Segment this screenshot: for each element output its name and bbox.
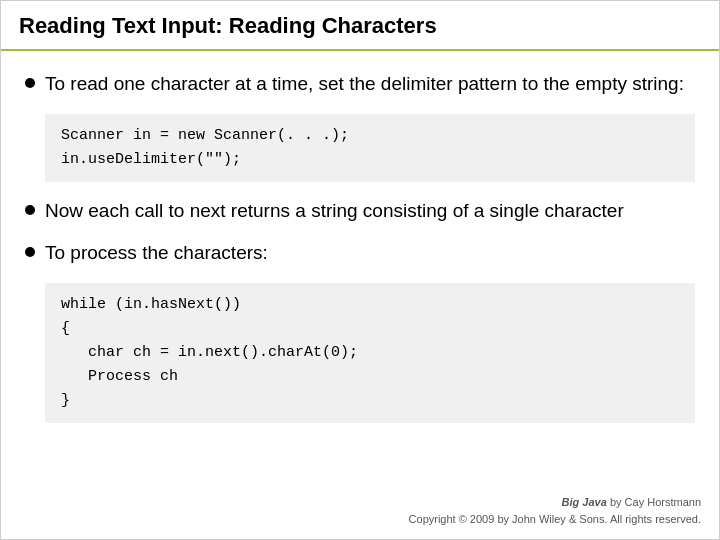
slide-footer: Big Java by Cay Horstmann Copyright © 20… (1, 486, 719, 539)
bullet-item-2: Now each call to next returns a string c… (25, 198, 695, 225)
code-block-2: while (in.hasNext()) { char ch = in.next… (45, 283, 695, 423)
code-block-1: Scanner in = new Scanner(. . .); in.useD… (45, 114, 695, 182)
bullet-text-2: Now each call to next returns a string c… (45, 198, 624, 225)
footer-book-title: Big Java (562, 496, 607, 508)
bullet-item-1: To read one character at a time, set the… (25, 71, 695, 98)
code2-line3: char ch = in.next().charAt(0); (61, 341, 679, 365)
code2-line5: } (61, 389, 679, 413)
bullet-text-1: To read one character at a time, set the… (45, 71, 684, 98)
code1-line2: in.useDelimiter(""); (61, 148, 679, 172)
bullet-dot-2 (25, 205, 35, 215)
slide-content: To read one character at a time, set the… (1, 51, 719, 486)
code1-line1: Scanner in = new Scanner(. . .); (61, 124, 679, 148)
footer-copyright: Copyright © 2009 by John Wiley & Sons. A… (409, 513, 701, 525)
footer-book-subtitle: by Cay Horstmann (610, 496, 701, 508)
code2-line2: { (61, 317, 679, 341)
slide-container: Reading Text Input: Reading Characters T… (0, 0, 720, 540)
bullet-item-3: To process the characters: (25, 240, 695, 267)
slide-header: Reading Text Input: Reading Characters (1, 1, 719, 51)
bullet-dot-3 (25, 247, 35, 257)
bullet-text-3: To process the characters: (45, 240, 268, 267)
bullet-dot-1 (25, 78, 35, 88)
code2-line4: Process ch (61, 365, 679, 389)
code2-line1: while (in.hasNext()) (61, 293, 679, 317)
slide-title: Reading Text Input: Reading Characters (19, 13, 701, 39)
